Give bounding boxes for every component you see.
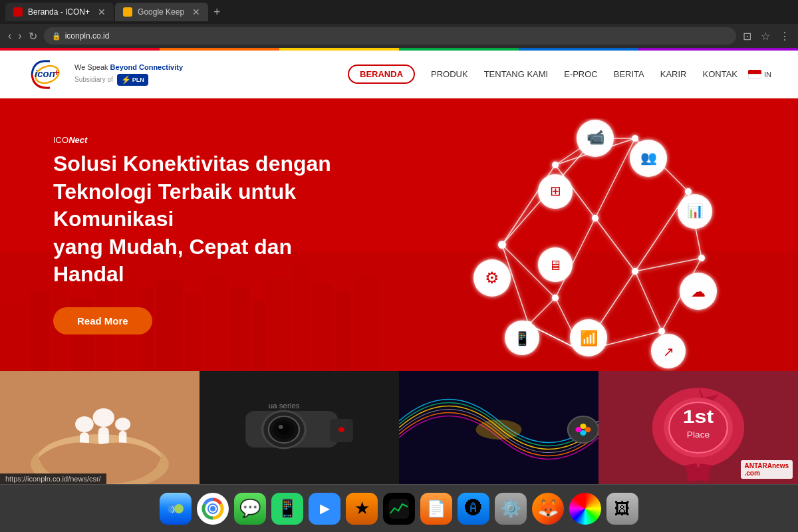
toolbar-right: ⊡ ☆ ⋮ [743, 30, 790, 43]
svg-point-66 [632, 135, 638, 142]
hero-subtitle-em: Nect [68, 135, 87, 145]
dock-finder[interactable]: :) [160, 493, 192, 525]
img-card-award[interactable]: 1st Place ANTARAnews.com [598, 371, 798, 484]
dock-preview[interactable]: 🖼 [606, 493, 638, 525]
dock-chrome[interactable] [197, 493, 229, 525]
website-content: icon + We Speak Beyond Connectivity Subs… [0, 48, 798, 532]
svg-point-65 [552, 162, 559, 168]
macos-dock: :) 💬 📱 ▶ ★ [0, 484, 798, 532]
dock-stocks[interactable] [383, 493, 415, 525]
tab-close-2[interactable]: ✕ [192, 7, 200, 17]
svg-text:⊞: ⊞ [550, 184, 561, 198]
status-url: https://iconpln.co.id/news/csr/ [5, 475, 101, 483]
img-card-fiber[interactable] [399, 371, 598, 484]
svg-text:⚙: ⚙ [485, 269, 499, 287]
nav-beranda[interactable]: BERANDA [348, 65, 415, 84]
svg-point-113 [174, 504, 184, 513]
svg-text:👥: 👥 [640, 150, 657, 166]
svg-point-74 [632, 268, 638, 275]
svg-text::): :) [170, 505, 174, 513]
svg-point-101 [575, 427, 581, 432]
forward-button[interactable]: › [18, 30, 21, 42]
dock-system-prefs[interactable]: ⚙️ [495, 493, 527, 525]
nav-produk[interactable]: PRODUK [431, 69, 468, 79]
svg-text:🖥: 🖥 [549, 258, 562, 273]
svg-line-42 [635, 258, 702, 271]
svg-point-79 [75, 416, 94, 432]
svg-text:icon: icon [35, 68, 55, 79]
dock-firefox[interactable]: 🦊 [532, 493, 564, 525]
img-card-cctv[interactable]: ua series [200, 371, 399, 484]
logo-tagline-area: We Speak Beyond Connectivity Subsidiary … [74, 63, 183, 86]
dock-reeder[interactable]: ★ [346, 493, 378, 525]
address-bar: ‹ › ↻ 🔒 iconpln.co.id ⊡ ☆ ⋮ [0, 24, 798, 48]
nav-kontak[interactable]: KONTAK [703, 69, 738, 79]
hero-title: Solusi Konektivitas dengan Teknologi Ter… [53, 150, 366, 289]
pln-label: PLN [132, 76, 144, 83]
svg-text:1st: 1st [683, 406, 714, 427]
nav-eproc[interactable]: E-PROC [564, 69, 598, 79]
lang-label: IN [764, 70, 771, 78]
read-more-button[interactable]: Read More [53, 307, 152, 334]
browser-chrome: Beranda - ICON+ ✕ Google Keep ✕ + ‹ › ↻ … [0, 0, 798, 48]
language-selector[interactable]: IN [748, 70, 771, 79]
nav-tentang[interactable]: TENTANG KAMI [484, 69, 549, 79]
dock-zoom[interactable]: ▶ [309, 493, 340, 525]
svg-text:ua series: ua series [269, 402, 300, 410]
svg-point-93 [338, 427, 344, 432]
back-button[interactable]: ‹ [8, 30, 11, 42]
tab-title-1: Beranda - ICON+ [28, 7, 90, 17]
tab-keep[interactable]: Google Keep ✕ [115, 3, 208, 21]
dock-appstore[interactable]: 🅐 [458, 493, 489, 525]
logo-area: icon + We Speak Beyond Connectivity Subs… [27, 56, 183, 92]
main-nav: BERANDA PRODUK TENTANG KAMI E-PROC BERIT… [348, 65, 737, 84]
svg-text:↗: ↗ [663, 344, 674, 359]
cast-icon: ⊡ [743, 30, 751, 43]
menu-icon[interactable]: ⋮ [779, 30, 790, 43]
tab-bar: Beranda - ICON+ ✕ Google Keep ✕ + [0, 0, 798, 24]
svg-line-37 [635, 271, 662, 331]
network-globe: 📹 👥 ⊞ 📊 ⚙ 🖥 [446, 118, 745, 371]
svg-point-70 [579, 348, 585, 354]
dock-pages[interactable]: 📄 [420, 493, 452, 525]
reload-button[interactable]: ↻ [29, 30, 37, 43]
dock-photos[interactable] [569, 493, 601, 525]
svg-text:☁: ☁ [691, 283, 706, 300]
nav-berita[interactable]: BERITA [614, 69, 644, 79]
svg-text:Place: Place [687, 430, 710, 440]
subsidiary-label: Subsidiary of [74, 76, 113, 83]
hero-title-line1: Solusi Konektivitas dengan [53, 152, 331, 176]
svg-point-91 [279, 425, 283, 429]
new-tab-button[interactable]: + [213, 5, 221, 19]
hero-title-line2: Teknologi Terbaik untuk Komunikasi [53, 180, 296, 231]
svg-point-69 [658, 328, 665, 334]
antara-label: ANTARAnews.com [745, 462, 789, 477]
svg-point-68 [698, 255, 705, 261]
svg-point-119 [210, 506, 215, 511]
url-input[interactable]: 🔒 iconpln.co.id [44, 27, 736, 45]
network-globe-svg: 📹 👥 ⊞ 📊 ⚙ 🖥 [446, 118, 745, 371]
svg-text:📊: 📊 [687, 203, 704, 219]
svg-point-64 [498, 241, 506, 249]
tagline-bold: Beyond Connectivity [110, 63, 183, 71]
id-flag-icon [748, 70, 761, 79]
svg-line-34 [529, 298, 555, 325]
svg-text:+: + [54, 67, 59, 78]
svg-point-67 [685, 188, 692, 195]
nav-karir[interactable]: KARIR [660, 69, 687, 79]
bookmark-icon[interactable]: ☆ [761, 30, 770, 43]
hero-subtitle: ICONect [53, 135, 366, 145]
svg-point-73 [592, 215, 598, 221]
svg-rect-82 [98, 427, 109, 446]
svg-point-97 [568, 416, 598, 443]
tab-beranda[interactable]: Beranda - ICON+ ✕ [5, 3, 114, 21]
img-card-csr[interactable] [0, 371, 200, 484]
image-row: ua series [0, 371, 798, 484]
svg-point-81 [93, 408, 114, 427]
svg-point-71 [525, 321, 532, 328]
dock-messages[interactable]: 💬 [234, 493, 266, 525]
hero-subtitle-prefix: ICO [53, 135, 68, 145]
svg-point-96 [475, 420, 521, 440]
tab-close-1[interactable]: ✕ [98, 7, 106, 17]
dock-whatsapp[interactable]: 📱 [271, 493, 303, 525]
